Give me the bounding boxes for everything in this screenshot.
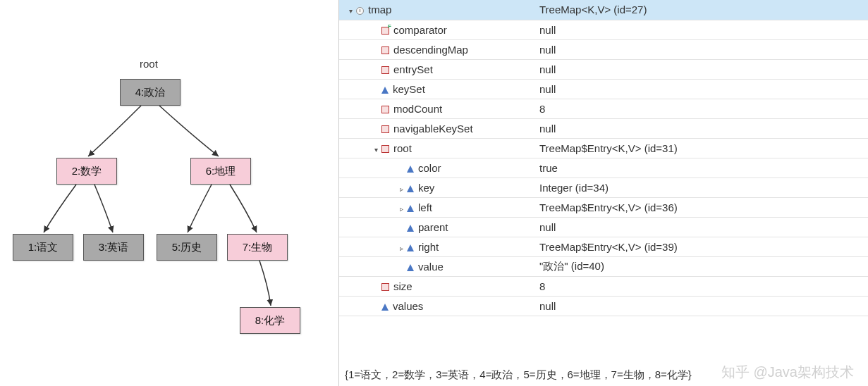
- expander-icon[interactable]: ▾: [372, 146, 380, 154]
- var-name: values: [393, 300, 423, 312]
- root-label: root: [140, 58, 158, 70]
- var-row-descendingMap[interactable]: descendingMapnull: [339, 39, 868, 59]
- var-value: TreeMap$Entry<K,V> (id=36): [537, 197, 868, 217]
- tree-node-n1: 1:语文: [13, 234, 73, 261]
- expander-icon[interactable]: ▹: [397, 185, 405, 193]
- variables-table: ▾tmapTreeMap<K,V> (id=27)comparatornulld…: [339, 0, 868, 316]
- clock-icon: [356, 7, 364, 15]
- var-row-left[interactable]: ▹leftTreeMap$Entry<K,V> (id=36): [339, 197, 868, 217]
- expander-icon[interactable]: ▹: [397, 244, 405, 252]
- tree-node-n5: 5:历史: [157, 234, 217, 261]
- var-row-entrySet[interactable]: entrySetnull: [339, 59, 868, 79]
- var-value: 8: [537, 99, 868, 118]
- var-row-parent[interactable]: parentnull: [339, 217, 868, 237]
- var-row-key[interactable]: ▹keyInteger (id=34): [339, 178, 868, 197]
- var-name: size: [393, 280, 412, 292]
- tri-icon: [407, 205, 414, 212]
- redbox-icon: [381, 66, 389, 74]
- tree-node-n7: 7:生物: [227, 234, 288, 261]
- var-row-tmap[interactable]: ▾tmapTreeMap<K,V> (id=27): [339, 0, 868, 20]
- tree-node-n6: 6:地理: [190, 158, 251, 185]
- var-value: true: [537, 158, 868, 178]
- var-value: Integer (id=34): [537, 178, 868, 197]
- var-value: null: [537, 39, 868, 59]
- footer-map-string: {1=语文，2=数学，3=英语，4=政治，5=历史，6=地理，7=生物，8=化学…: [345, 368, 862, 382]
- var-value: "政治" (id=40): [537, 256, 868, 276]
- var-name: modCount: [393, 103, 442, 115]
- var-value: 8: [537, 276, 868, 296]
- var-row-root[interactable]: ▾rootTreeMap$Entry<K,V> (id=31): [339, 138, 868, 158]
- var-name: root: [393, 142, 412, 154]
- var-name: keySet: [393, 83, 425, 95]
- tri-icon: [381, 87, 389, 94]
- var-name: key: [418, 182, 434, 194]
- var-row-keySet[interactable]: keySetnull: [339, 79, 868, 99]
- tree-node-n8: 8:化学: [240, 307, 300, 334]
- var-value: null: [537, 59, 868, 79]
- var-row-values[interactable]: valuesnull: [339, 296, 868, 316]
- var-row-right[interactable]: ▹rightTreeMap$Entry<K,V> (id=39): [339, 237, 868, 256]
- finalbox-icon: [381, 27, 389, 35]
- var-value: TreeMap<K,V> (id=27): [537, 0, 868, 20]
- var-name: left: [418, 201, 432, 213]
- redbox-icon: [381, 46, 389, 54]
- var-name: parent: [418, 221, 448, 233]
- redbox-icon: [381, 106, 389, 113]
- tree-diagram: root 4:政治2:数学6:地理1:语文3:英语5:历史7:生物8:化学: [0, 0, 338, 386]
- main-container: root 4:政治2:数学6:地理1:语文3:英语5:历史7:生物8:化学: [0, 0, 868, 386]
- var-name: descendingMap: [393, 44, 468, 56]
- tri-icon: [407, 225, 414, 232]
- var-value: TreeMap$Entry<K,V> (id=31): [537, 138, 868, 158]
- redbox-icon: [381, 283, 389, 291]
- tri-icon: [407, 244, 414, 251]
- var-value: null: [537, 20, 868, 39]
- tree-node-n3: 3:英语: [83, 234, 144, 261]
- var-name: navigableKeySet: [393, 123, 473, 135]
- var-name: entrySet: [393, 63, 433, 75]
- redbox-icon: [381, 145, 389, 153]
- var-name: comparator: [393, 24, 447, 36]
- var-row-navigableKeySet[interactable]: navigableKeySetnull: [339, 118, 868, 138]
- var-name: value: [418, 261, 444, 273]
- var-row-modCount[interactable]: modCount8: [339, 99, 868, 118]
- tree-node-n4: 4:政治: [120, 79, 181, 106]
- var-value: null: [537, 118, 868, 138]
- var-row-size[interactable]: size8: [339, 276, 868, 296]
- tri-icon: [407, 166, 414, 173]
- var-row-color[interactable]: colortrue: [339, 158, 868, 178]
- var-name: right: [418, 241, 439, 253]
- var-value: TreeMap$Entry<K,V> (id=39): [537, 237, 868, 256]
- var-name: tmap: [368, 4, 391, 15]
- tri-icon: [407, 185, 414, 192]
- var-value: null: [537, 217, 868, 237]
- var-value: null: [537, 79, 868, 99]
- tri-icon: [407, 264, 414, 271]
- variables-panel: ▾tmapTreeMap<K,V> (id=27)comparatornulld…: [338, 0, 868, 386]
- var-row-comparator[interactable]: comparatornull: [339, 20, 868, 39]
- var-value: null: [537, 296, 868, 316]
- var-row-value[interactable]: value"政治" (id=40): [339, 256, 868, 276]
- expander-icon[interactable]: ▹: [397, 205, 405, 213]
- var-name: color: [418, 162, 441, 174]
- tree-node-n2: 2:数学: [56, 158, 117, 185]
- redbox-icon: [381, 125, 389, 133]
- expander-icon[interactable]: ▾: [346, 7, 355, 15]
- tri-icon: [381, 304, 389, 311]
